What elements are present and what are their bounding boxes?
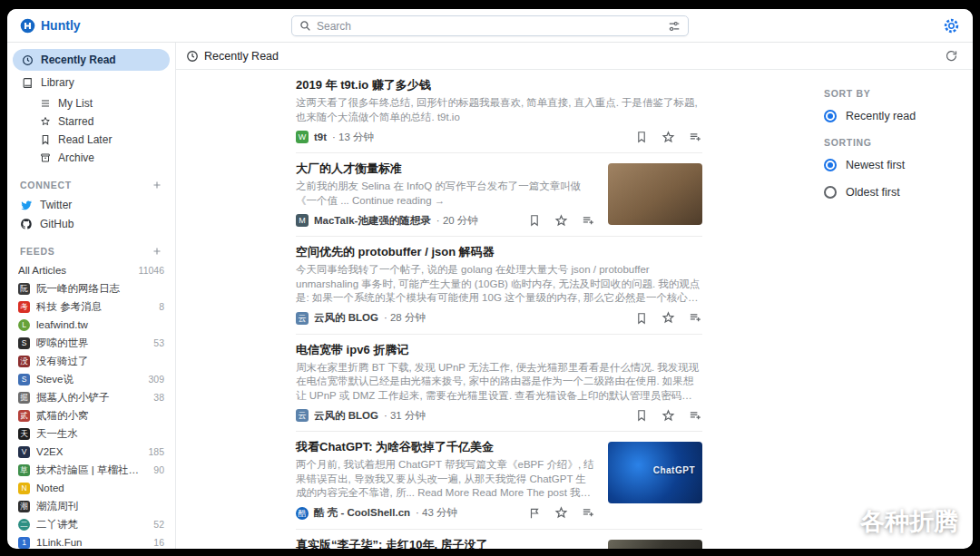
- sidebar-item-my-list[interactable]: My List: [31, 94, 170, 112]
- sidebar-item-label: Archive: [58, 151, 94, 164]
- sorting-option-oldest-first[interactable]: Oldest first: [824, 186, 973, 199]
- feed-favicon: 二: [18, 519, 30, 531]
- search-filter-icon[interactable]: [668, 20, 681, 33]
- feed-favicon: 阮: [18, 283, 30, 295]
- feed-favicon: S: [18, 337, 30, 349]
- feed-label: 二丫讲梵: [36, 518, 147, 532]
- article-source[interactable]: 云 云风的 BLOG · 28 分钟: [296, 311, 426, 325]
- article-item[interactable]: 2019 年 t9t.io 赚了多少钱 这两天看了很多年终总结, 回形针的标题我…: [296, 70, 702, 153]
- feed-favicon: 考: [18, 301, 30, 313]
- feed-item[interactable]: 考 科技 参考消息 8: [7, 298, 175, 316]
- article-title[interactable]: 2019 年 t9t.io 赚了多少钱: [296, 78, 702, 93]
- sidebar-item-label: GitHub: [40, 218, 74, 230]
- source-name: MacTalk-池建强的随想录: [314, 214, 431, 228]
- playlist-add-icon[interactable]: [582, 214, 595, 228]
- article-item[interactable]: 我看ChatGPT: 为啥谷歌掉了千亿美金 两个月前, 我试着想用 ChatGP…: [296, 432, 702, 530]
- feed-favicon: 贰: [18, 410, 30, 422]
- feed-item[interactable]: V V2EX 185: [7, 443, 175, 461]
- article-item[interactable]: 空间优先的 protobuffer / json 解码器 今天同事给我转了一个帖…: [296, 237, 702, 335]
- add-feed-icon[interactable]: [152, 246, 162, 257]
- feed-label: 贰猫的小窝: [36, 409, 158, 423]
- star-icon[interactable]: [554, 214, 568, 228]
- feed-unread-count: 38: [153, 392, 164, 403]
- sorting-title: SORTING: [824, 137, 973, 148]
- article-source[interactable]: W t9t · 13 分钟: [296, 131, 374, 144]
- search-input[interactable]: [317, 20, 662, 33]
- playlist-add-icon[interactable]: [689, 311, 702, 325]
- app-title: Huntly: [41, 18, 81, 33]
- feed-item[interactable]: 1 1Link.Fun 16: [7, 533, 175, 549]
- radio-button[interactable]: [824, 159, 837, 171]
- feed-item[interactable]: 掘 掘墓人的小铲子 38: [7, 388, 175, 406]
- article-source[interactable]: 云 云风的 BLOG · 31 分钟: [296, 409, 426, 423]
- radio-button[interactable]: [824, 186, 837, 199]
- article-title[interactable]: 大厂的人才衡量标准: [296, 161, 595, 176]
- article-title[interactable]: 电信宽带 ipv6 折腾记: [296, 343, 702, 357]
- feed-label: Steve说: [36, 373, 142, 386]
- sidebar: Recently Read Library My List: [7, 43, 176, 549]
- connect-title: CONNECT: [20, 180, 72, 190]
- feed-item[interactable]: 贰 贰猫的小窝: [7, 406, 175, 424]
- feed-item[interactable]: 二 二丫讲梵 52: [7, 515, 175, 533]
- sidebar-item-recently-read[interactable]: Recently Read: [13, 49, 170, 71]
- sidebar-item-archive[interactable]: Archive: [31, 149, 170, 167]
- star-icon[interactable]: [662, 131, 675, 144]
- sort-by-title: SORT BY: [824, 88, 973, 99]
- sidebar-item-library[interactable]: Library: [13, 72, 170, 93]
- save-bookmark-icon[interactable]: [528, 214, 541, 228]
- flag-icon[interactable]: [528, 506, 541, 520]
- search-bar[interactable]: [291, 15, 689, 36]
- playlist-add-icon[interactable]: [582, 506, 595, 520]
- save-bookmark-icon[interactable]: [635, 131, 648, 144]
- article-title[interactable]: 真实版“李子柒”: 走红10年, 房子没了: [296, 538, 595, 550]
- sidebar-item-twitter[interactable]: Twitter: [7, 195, 175, 214]
- sidebar-item-starred[interactable]: Starred: [31, 112, 170, 131]
- feed-item-all-articles[interactable]: All Articles 11046: [7, 261, 175, 279]
- feed-item[interactable]: 草 技术討論區 | 草榴社區 - t... 90: [7, 461, 175, 479]
- article-title[interactable]: 我看ChatGPT: 为啥谷歌掉了千亿美金: [296, 440, 595, 454]
- star-icon[interactable]: [554, 506, 568, 520]
- settings-gear-icon[interactable]: [943, 17, 960, 34]
- playlist-add-icon[interactable]: [689, 409, 702, 423]
- page-title: Recently Read: [204, 50, 279, 63]
- star-icon[interactable]: [662, 409, 675, 423]
- article-time: · 20 分钟: [436, 214, 478, 228]
- refresh-icon[interactable]: [945, 49, 958, 63]
- save-bookmark-icon[interactable]: [635, 409, 648, 423]
- sidebar-item-label: Twitter: [40, 199, 72, 211]
- add-connect-icon[interactable]: [152, 180, 162, 190]
- sort-option-recently-read[interactable]: Recently read: [824, 110, 973, 122]
- feed-label: 阮一峰的网络日志: [36, 282, 158, 296]
- feed-favicon: L: [18, 319, 30, 331]
- feed-favicon: 潮: [18, 501, 30, 512]
- feed-item[interactable]: 没 没有骑过了: [7, 352, 175, 370]
- feed-item[interactable]: 天 天一生水: [7, 424, 175, 443]
- article-item[interactable]: 大厂的人才衡量标准 之前我的朋友 Selina 在 InfoQ 的写作平台发布了…: [296, 153, 702, 237]
- feed-item[interactable]: L leafwind.tw: [7, 316, 175, 334]
- app-logo[interactable]: Huntly: [20, 18, 81, 34]
- feed-item[interactable]: S Steve说 309: [7, 370, 175, 388]
- playlist-add-icon[interactable]: [689, 131, 702, 144]
- feed-label: 天一生水: [36, 427, 158, 441]
- source-name: 酷 壳 - CoolShell.cn: [314, 506, 410, 520]
- article-item[interactable]: 电信宽带 ipv6 折腾记 周末在家里折腾 BT 下载, 发现 UPnP 无法工…: [296, 335, 702, 433]
- app-window: Huntly Recently Read: [7, 9, 973, 549]
- feed-item[interactable]: 阮 阮一峰的网络日志: [7, 279, 175, 298]
- radio-button[interactable]: [824, 110, 837, 122]
- sorting-option-newest-first[interactable]: Newest first: [824, 159, 973, 171]
- save-bookmark-icon[interactable]: [635, 311, 648, 325]
- feed-item[interactable]: S 啰嗦的世界 53: [7, 334, 175, 352]
- feed-item[interactable]: N Noted: [7, 479, 175, 497]
- feed-item[interactable]: 潮 潮流周刊: [7, 497, 175, 515]
- article-source[interactable]: 酷 酷 壳 - CoolShell.cn · 43 分钟: [296, 506, 457, 520]
- feed-favicon: N: [18, 483, 30, 494]
- article-title[interactable]: 空间优先的 protobuffer / json 解码器: [296, 245, 702, 259]
- article-description: 今天同事给我转了一个帖子, 说的是 golang 在处理大量大号 json / …: [296, 263, 702, 306]
- sidebar-item-read-later[interactable]: Read Later: [31, 131, 170, 149]
- article-source[interactable]: M MacTalk-池建强的随想录 · 20 分钟: [296, 214, 478, 228]
- sidebar-item-github[interactable]: GitHub: [7, 214, 175, 233]
- article-item[interactable]: 真实版“李子柒”: 走红10年, 房子没了 阡陌交错, 鸡犬相闻; 春花秋月, …: [296, 530, 702, 550]
- main-header: Recently Read: [176, 43, 973, 70]
- cat-logo-icon: [815, 506, 853, 537]
- star-icon[interactable]: [662, 311, 675, 325]
